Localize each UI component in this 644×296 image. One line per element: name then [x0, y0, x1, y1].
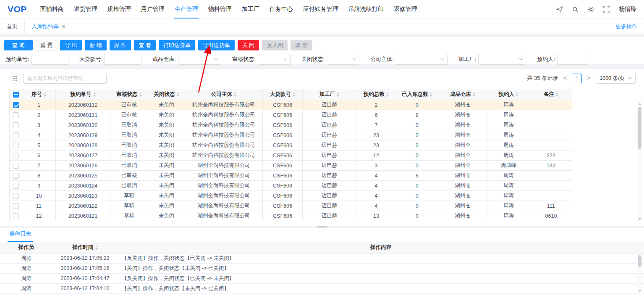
row-select-cell[interactable]: [10, 161, 22, 171]
table-row[interactable]: 12023060132已审核未关闭杭州全尚科技股份有限公司CSF606迈巴赫20…: [10, 100, 572, 110]
search-icon[interactable]: [572, 6, 579, 13]
column-header[interactable]: 关闭状态: [148, 89, 185, 100]
row-checkbox[interactable]: [13, 122, 19, 128]
row-checkbox[interactable]: [13, 213, 19, 219]
sort-icon[interactable]: [177, 92, 179, 97]
log-row[interactable]: 周涛2023-06-12 17:04:10【关闭】操作，关闭状态【未关闭 -> …: [0, 283, 644, 293]
row-select-cell[interactable]: [10, 130, 22, 140]
column-header[interactable]: 预约人: [487, 89, 530, 100]
row-select-cell[interactable]: [10, 100, 22, 110]
table-row[interactable]: 22023060131已审核未关闭杭州全尚科技股份有限公司CSF606迈巴赫68…: [10, 110, 572, 120]
row-checkbox[interactable]: [13, 203, 19, 209]
row-checkbox[interactable]: [13, 112, 19, 118]
row-checkbox[interactable]: [13, 193, 19, 199]
nav-item-payable-mgmt[interactable]: 应付账务管理: [298, 0, 343, 18]
nav-item-fabric-supplier[interactable]: 面辅料商: [35, 0, 69, 18]
scrollbar-thumb[interactable]: [638, 255, 641, 267]
sort-icon[interactable]: [556, 92, 558, 97]
tab-inbound-reservation[interactable]: 入库预约单 ×: [25, 19, 72, 34]
column-header[interactable]: 预约总数: [356, 89, 396, 100]
row-checkbox[interactable]: [13, 153, 19, 159]
sort-icon[interactable]: [95, 246, 98, 250]
tab-operation-log[interactable]: 操作日志: [8, 230, 33, 242]
splitter-handle[interactable]: [317, 226, 327, 227]
sort-icon[interactable]: [293, 92, 295, 97]
row-select-cell[interactable]: [10, 140, 22, 151]
column-header[interactable]: 大货款号: [263, 89, 303, 100]
export-delivery-button[interactable]: 导出送货单: [198, 40, 235, 50]
filter-select-audit-status[interactable]: [258, 54, 291, 65]
row-checkbox[interactable]: [13, 173, 19, 179]
filter-select-company[interactable]: [396, 54, 448, 65]
row-select-cell[interactable]: [10, 110, 22, 120]
operate-button[interactable]: 操 作: [110, 40, 131, 50]
next-page-button[interactable]: >: [586, 74, 592, 82]
nav-item-user-mgmt[interactable]: 用户管理: [136, 0, 170, 18]
row-select-cell[interactable]: [10, 201, 22, 211]
prev-page-button[interactable]: <: [562, 74, 568, 82]
row-select-cell[interactable]: [10, 211, 22, 221]
column-header[interactable]: 加工厂: [303, 89, 356, 100]
log-column-header[interactable]: 操作时间: [52, 242, 118, 253]
log-row[interactable]: 周涛2023-06-12 17:05:16【关闭】操作，关闭状态【未关闭 -> …: [0, 263, 644, 273]
table-row[interactable]: 52023060128已取消未关闭杭州全尚科技股份有限公司CSF606迈巴赫23…: [10, 140, 572, 151]
sort-icon[interactable]: [386, 92, 389, 97]
table-row[interactable]: 32023060130已取消未关闭杭州全尚科技股份有限公司CSF606迈巴赫70…: [10, 120, 572, 130]
log-vertical-scrollbar[interactable]: [637, 254, 642, 295]
nav-item-task-center[interactable]: 任务中心: [264, 0, 298, 18]
close-icon[interactable]: ×: [62, 24, 65, 29]
row-checkbox[interactable]: [13, 102, 19, 108]
view-button[interactable]: 查 看: [134, 40, 156, 50]
print-delivery-button[interactable]: 打印送货单: [159, 40, 195, 50]
nav-item-tag-label-print[interactable]: 吊牌洗唛打印: [343, 0, 389, 18]
table-search-input[interactable]: [24, 73, 107, 84]
row-select-cell[interactable]: [10, 181, 22, 191]
more-actions-link[interactable]: 更多操作: [615, 23, 637, 30]
fullscreen-icon[interactable]: [603, 6, 610, 13]
table-row[interactable]: 122023060121草稿未关闭湖州全尚科技有限公司CSF606迈巴赫130湖…: [10, 211, 572, 221]
gear-icon[interactable]: [588, 6, 594, 13]
reset-button[interactable]: 重 置: [36, 40, 58, 50]
column-header[interactable]: 已入库总数: [396, 89, 438, 100]
column-header[interactable]: 公司主体: [185, 89, 263, 100]
scrollbar-thumb[interactable]: [638, 107, 641, 149]
sort-icon[interactable]: [93, 92, 96, 97]
sort-icon[interactable]: [473, 92, 475, 97]
filter-input-bulk-style-no[interactable]: [105, 54, 141, 65]
current-page[interactable]: 1: [572, 74, 582, 83]
filter-input-reserver[interactable]: [557, 54, 587, 65]
export-button[interactable]: 导 出: [60, 40, 82, 50]
nav-item-repair-mgmt[interactable]: 返修管理: [389, 0, 422, 18]
row-checkbox[interactable]: [13, 183, 19, 189]
sort-icon[interactable]: [44, 92, 46, 97]
table-row[interactable]: 72023060126已取消未关闭湖州全尚科技有限公司CSF606迈巴赫30湖州…: [10, 161, 572, 171]
column-header[interactable]: 序号: [22, 89, 56, 100]
sort-icon[interactable]: [234, 92, 236, 97]
sort-icon[interactable]: [139, 92, 142, 97]
sort-icon[interactable]: [516, 92, 518, 97]
scroll-up-icon[interactable]: [638, 101, 641, 105]
column-header[interactable]: 预约单号: [56, 89, 110, 100]
row-select-cell[interactable]: [10, 151, 22, 161]
filter-select-finished-warehouse[interactable]: [178, 54, 221, 65]
column-header[interactable]: 备注: [530, 89, 572, 100]
row-select-cell[interactable]: [10, 120, 22, 130]
table-row[interactable]: 62023060127已取消未关闭杭州全尚科技股份有限公司CSF606迈巴赫12…: [10, 151, 572, 161]
nav-item-material-mgmt[interactable]: 物料管理: [203, 0, 237, 18]
log-row[interactable]: 周涛2023-06-12 17:04:47【反关闭】操作，关闭状态【已关闭 ->…: [0, 273, 644, 283]
row-checkbox[interactable]: [13, 143, 19, 148]
row-checkbox[interactable]: [13, 132, 19, 138]
table-row[interactable]: 42023060129已取消未关闭杭州全尚科技股份有限公司CSF606迈巴赫23…: [10, 130, 572, 140]
scroll-down-icon[interactable]: [638, 218, 641, 222]
table-vertical-scrollbar[interactable]: [637, 100, 642, 223]
tab-home[interactable]: 首页: [0, 19, 25, 34]
nav-item-return-mgmt[interactable]: 退货管理: [69, 0, 102, 18]
column-header[interactable]: 审核状态: [110, 89, 148, 100]
filter-select-close-status[interactable]: [327, 54, 359, 65]
row-select-cell[interactable]: [10, 191, 22, 201]
column-settings-button[interactable]: [9, 73, 20, 84]
row-select-cell[interactable]: [10, 171, 22, 181]
filter-input-reservation-no[interactable]: [31, 54, 68, 65]
sort-icon[interactable]: [337, 92, 339, 97]
column-header[interactable]: 成品仓库: [438, 89, 487, 100]
